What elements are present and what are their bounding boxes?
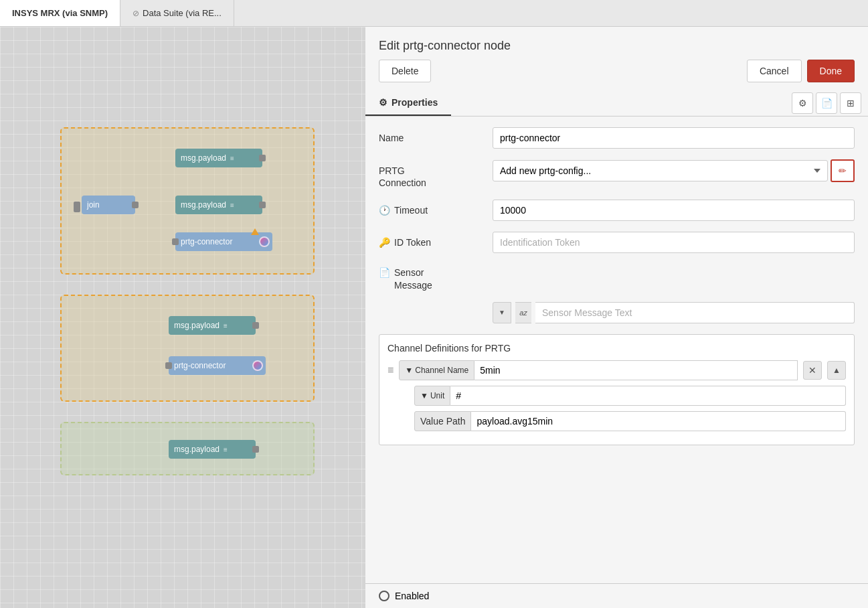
- az-icon: az: [515, 302, 531, 323]
- node-list-icon-4: ≡: [224, 446, 228, 453]
- tab-insys[interactable]: INSYS MRX (via SNMP): [0, 0, 120, 26]
- node-list-icon-2: ≡: [230, 202, 234, 209]
- node-msg-payload-3[interactable]: msg.payload ≡: [169, 316, 256, 335]
- right-panel: Edit prtg-connector node Delete Cancel D…: [365, 27, 868, 608]
- timeout-label: 🕐 Timeout: [379, 200, 486, 216]
- value-path-label: Value Path: [414, 411, 471, 431]
- chevron-down-icon-3: ▼: [420, 391, 428, 400]
- node-prtg2-port-left: [165, 362, 172, 369]
- done-button[interactable]: Done: [807, 60, 855, 82]
- prtg-select-wrap: Add new prtg-config... ✏: [493, 159, 855, 182]
- node-join[interactable]: join: [82, 196, 135, 214]
- sensor-input-row: ▼ az: [493, 302, 855, 323]
- sensor-message-input[interactable]: [535, 302, 855, 323]
- prtg-edit-button[interactable]: ✏: [831, 159, 855, 182]
- props-gear-icon: ⚙: [379, 97, 387, 108]
- channel-name-dropdown[interactable]: ▼ Channel Name: [399, 360, 474, 380]
- unit-row: ▼ Unit: [414, 386, 846, 406]
- unit-dropdown[interactable]: ▼ Unit: [414, 386, 450, 406]
- panel-toolbar: Delete Cancel Done: [365, 60, 868, 90]
- node-circle-icon-2: [252, 360, 263, 371]
- node-port-4: [252, 446, 259, 453]
- channel-definitions-section: Channel Definitions for PRTG ≡ ▼ Channel…: [379, 334, 855, 445]
- node-group-3: msg.payload ≡: [60, 422, 315, 475]
- props-tab-bar: ⚙ Properties ⚙ 📄 ⊞: [365, 90, 868, 117]
- id-token-input[interactable]: [493, 232, 855, 253]
- tab-datasuite-icon: ⊘: [133, 9, 139, 18]
- node-join-port-left2: [74, 206, 80, 212]
- sensor-doc-icon: 📄: [379, 267, 390, 279]
- sensor-message-label: 📄 SensorMessage: [379, 264, 486, 291]
- channel-up-button[interactable]: ▲: [827, 361, 846, 380]
- tab-properties[interactable]: ⚙ Properties: [365, 90, 451, 116]
- channel-delete-button[interactable]: ✕: [803, 361, 822, 380]
- enabled-circle[interactable]: [379, 591, 389, 601]
- delete-button[interactable]: Delete: [379, 60, 431, 82]
- node-list-icon-3: ≡: [224, 322, 228, 329]
- node-prtg-connector-2[interactable]: prtg-connector: [169, 356, 266, 375]
- tab-datasuite-label: Data Suite (via RE...: [143, 8, 222, 18]
- cancel-button[interactable]: Cancel: [747, 60, 802, 82]
- channel-section-title: Channel Definitions for PRTG: [387, 343, 846, 354]
- timeout-input[interactable]: [493, 200, 855, 221]
- tab-datasuite[interactable]: ⊘ Data Suite (via RE...: [120, 0, 234, 26]
- props-tab-label: Properties: [392, 97, 438, 108]
- node-port-3: [252, 322, 259, 329]
- sensor-message-label-row: 📄 SensorMessage: [379, 264, 855, 291]
- tab-action-gear[interactable]: ⚙: [792, 92, 813, 114]
- value-path-row: Value Path: [414, 411, 846, 431]
- name-row: Name: [379, 127, 855, 149]
- panel-content: Name PRTGConnection Add new prtg-config.…: [365, 117, 868, 583]
- panel-title: Edit prtg-connector node: [365, 27, 868, 60]
- chevron-down-icon: ▼: [499, 309, 505, 316]
- prtg-connection-row: PRTGConnection Add new prtg-config... ✏: [379, 159, 855, 189]
- key-icon: 🔑: [379, 237, 390, 248]
- timeout-row: 🕐 Timeout: [379, 200, 855, 221]
- prtg-config-select[interactable]: Add new prtg-config...: [493, 160, 828, 181]
- node-msg-payload-4[interactable]: msg.payload ≡: [169, 440, 256, 459]
- tab-insys-label: INSYS MRX (via SNMP): [12, 8, 108, 18]
- node-msg-payload-2[interactable]: msg.payload ≡: [175, 196, 262, 214]
- tab-spacer: [451, 90, 792, 116]
- node-list-icon-1: ≡: [230, 155, 234, 162]
- main-container: msg.payload ≡ join msg.payload ≡: [0, 27, 868, 608]
- node-group-1: msg.payload ≡ join msg.payload ≡: [60, 127, 315, 275]
- chevron-down-icon-2: ▼: [405, 366, 413, 375]
- channel-name-wrap: ▼ Channel Name: [399, 360, 798, 380]
- unit-label: Unit: [430, 391, 444, 400]
- prtg-connection-label: PRTGConnection: [379, 159, 486, 189]
- tab-action-doc[interactable]: 📄: [816, 92, 837, 114]
- tab-action-layout[interactable]: ⊞: [840, 92, 861, 114]
- node-prtg-port-left: [172, 238, 179, 245]
- name-input[interactable]: [493, 127, 855, 149]
- value-path-input[interactable]: [471, 411, 846, 431]
- id-token-row: 🔑 ID Token: [379, 232, 855, 253]
- pencil-icon: ✏: [839, 165, 847, 176]
- node-join-port-right: [132, 202, 139, 208]
- arrow-up-icon: ▲: [833, 366, 841, 375]
- channel-name-label: Channel Name: [415, 366, 468, 375]
- node-warning-triangle: [251, 228, 259, 235]
- enabled-label: Enabled: [395, 591, 429, 601]
- drag-handle-icon[interactable]: ≡: [387, 364, 394, 376]
- tab-bar: INSYS MRX (via SNMP) ⊘ Data Suite (via R…: [0, 0, 868, 27]
- node-circle-icon-1: [259, 236, 270, 247]
- node-port-2: [259, 202, 266, 208]
- sensor-dropdown-btn[interactable]: ▼: [493, 302, 511, 323]
- x-icon: ✕: [808, 365, 816, 376]
- canvas-area: msg.payload ≡ join msg.payload ≡: [0, 27, 365, 608]
- tab-actions: ⚙ 📄 ⊞: [792, 90, 868, 116]
- name-label: Name: [379, 127, 486, 143]
- channel-name-input[interactable]: [474, 360, 798, 380]
- node-msg-payload-1[interactable]: msg.payload ≡: [175, 149, 262, 167]
- node-prtg-connector-1[interactable]: prtg-connector: [175, 232, 272, 251]
- id-token-label: 🔑 ID Token: [379, 232, 486, 248]
- unit-input[interactable]: [450, 386, 846, 406]
- node-group-2: msg.payload ≡ prtg-connector: [60, 295, 315, 402]
- node-port-1: [259, 155, 266, 161]
- timeout-clock-icon: 🕐: [379, 205, 390, 216]
- panel-footer: Enabled: [365, 583, 868, 608]
- channel-row-1: ≡ ▼ Channel Name ✕ ▲: [387, 360, 846, 380]
